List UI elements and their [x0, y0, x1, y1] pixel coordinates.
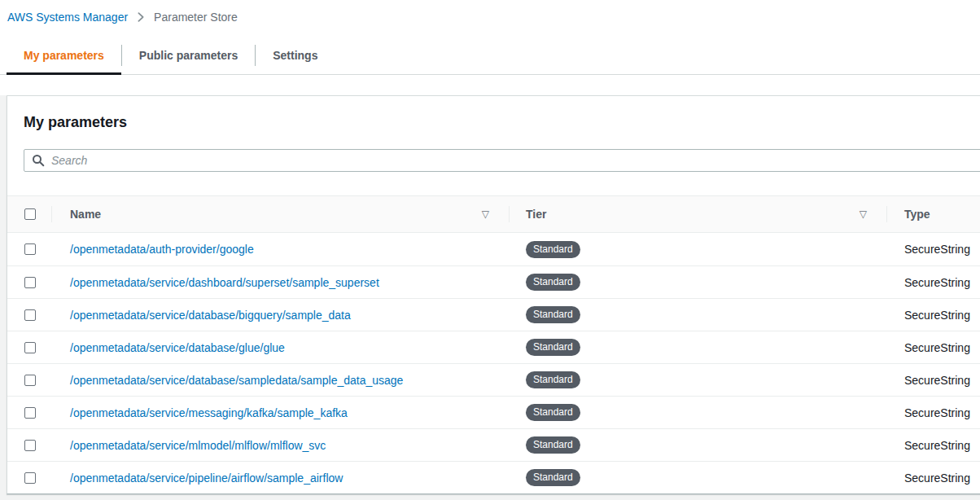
breadcrumb-current-page: Parameter Store [154, 11, 238, 24]
tier-cell: Standard [509, 397, 886, 428]
type-cell: SecureString [886, 462, 980, 493]
tier-badge: Standard [526, 404, 580, 421]
tab-settings[interactable]: Settings [256, 39, 335, 74]
table-row: /openmetadata/service/pipeline/airflow/s… [7, 461, 980, 493]
tier-cell: Standard [509, 364, 886, 396]
type-cell: SecureString [886, 397, 980, 428]
type-cell: SecureString [886, 233, 980, 265]
table-row: /openmetadata/service/database/sampledat… [7, 363, 980, 396]
name-cell: /openmetadata/service/database/sampledat… [51, 364, 509, 396]
row-checkbox[interactable] [24, 277, 36, 288]
tier-cell: Standard [509, 299, 886, 331]
type-cell: SecureString [886, 364, 980, 396]
type-value: SecureString [904, 471, 970, 485]
my-parameters-panel: My parameters Name ▽ Tier [7, 95, 980, 494]
search-icon [32, 154, 45, 167]
breadcrumb-link-systems-manager[interactable]: AWS Systems Manager [7, 11, 128, 24]
tier-cell: Standard [509, 331, 886, 363]
parameter-link[interactable]: /openmetadata/service/mlmodel/mlflow/mlf… [70, 439, 326, 452]
parameter-link[interactable]: /openmetadata/service/database/sampledat… [70, 374, 403, 387]
type-cell: SecureString [886, 331, 980, 363]
tab-bar: My parameters Public parameters Settings [0, 39, 980, 75]
table-header: Name ▽ Tier ▽ Type [7, 195, 980, 233]
name-cell: /openmetadata/service/database/bigquery/… [51, 299, 509, 331]
row-checkbox[interactable] [24, 309, 36, 321]
tier-cell: Standard [509, 266, 886, 298]
row-select-cell [7, 472, 51, 484]
search-input[interactable] [45, 154, 980, 167]
row-select-cell [7, 407, 51, 419]
tab-my-parameters[interactable]: My parameters [7, 39, 121, 74]
name-cell: /openmetadata/service/messaging/kafka/sa… [51, 397, 509, 428]
type-value: SecureString [904, 341, 970, 354]
parameter-link[interactable]: /openmetadata/service/database/glue/glue [70, 341, 285, 354]
table-body: /openmetadata/auth-provider/google Stand… [7, 233, 980, 493]
search-box [24, 149, 980, 172]
sort-icon: ▽ [860, 208, 867, 220]
panel-title: My parameters [7, 96, 980, 131]
type-value: SecureString [904, 309, 970, 322]
tier-cell: Standard [509, 462, 886, 493]
type-value: SecureString [904, 276, 970, 289]
row-checkbox[interactable] [24, 407, 36, 419]
type-cell: SecureString [886, 429, 980, 461]
row-checkbox[interactable] [24, 375, 36, 386]
sort-icon: ▽ [482, 208, 489, 220]
parameter-link[interactable]: /openmetadata/service/dashboard/superset… [70, 276, 379, 289]
row-select-cell [7, 277, 51, 288]
column-header-label: Name [70, 208, 101, 221]
parameters-table: Name ▽ Tier ▽ Type /openmetadata/auth-pr… [7, 195, 980, 493]
column-header-tier[interactable]: Tier ▽ [509, 196, 886, 232]
row-checkbox[interactable] [24, 342, 36, 353]
tier-badge: Standard [526, 339, 580, 356]
type-cell: SecureString [886, 266, 980, 298]
table-row: /openmetadata/auth-provider/google Stand… [7, 233, 980, 265]
type-value: SecureString [904, 374, 970, 387]
parameter-link[interactable]: /openmetadata/service/pipeline/airflow/s… [70, 471, 343, 485]
tier-cell: Standard [509, 429, 886, 461]
parameter-link[interactable]: /openmetadata/service/messaging/kafka/sa… [70, 406, 348, 419]
table-row: /openmetadata/service/dashboard/superset… [7, 265, 980, 298]
name-cell: /openmetadata/service/database/glue/glue [51, 331, 509, 363]
column-header-label: Type [904, 208, 930, 221]
select-all-cell [7, 208, 51, 220]
row-checkbox[interactable] [24, 440, 36, 451]
name-cell: /openmetadata/service/dashboard/superset… [51, 266, 509, 298]
tier-badge: Standard [526, 274, 580, 291]
type-value: SecureString [904, 406, 970, 419]
breadcrumb: AWS Systems Manager Parameter Store [0, 0, 980, 24]
name-cell: /openmetadata/auth-provider/google [51, 233, 509, 265]
name-cell: /openmetadata/service/pipeline/airflow/s… [51, 462, 509, 493]
row-select-cell [7, 440, 51, 451]
tier-cell: Standard [509, 233, 886, 265]
type-value: SecureString [904, 243, 970, 256]
row-select-cell [7, 342, 51, 353]
type-cell: SecureString [886, 299, 980, 331]
name-cell: /openmetadata/service/mlmodel/mlflow/mlf… [51, 429, 509, 461]
row-select-cell [7, 309, 51, 321]
tier-badge: Standard [526, 469, 580, 486]
table-row: /openmetadata/service/mlmodel/mlflow/mlf… [7, 428, 980, 461]
table-row: /openmetadata/service/database/bigquery/… [7, 298, 980, 331]
parameter-link[interactable]: /openmetadata/auth-provider/google [70, 243, 254, 256]
content-area: My parameters Name ▽ Tier [0, 95, 980, 500]
select-all-checkbox[interactable] [24, 208, 36, 220]
row-select-cell [7, 375, 51, 386]
row-select-cell [7, 243, 51, 255]
type-value: SecureString [904, 439, 970, 452]
table-row: /openmetadata/service/database/glue/glue… [7, 331, 980, 363]
tier-badge: Standard [526, 306, 580, 323]
table-row: /openmetadata/service/messaging/kafka/sa… [7, 396, 980, 428]
tier-badge: Standard [526, 371, 580, 388]
parameter-link[interactable]: /openmetadata/service/database/bigquery/… [70, 309, 351, 322]
row-checkbox[interactable] [24, 472, 36, 484]
tier-badge: Standard [526, 241, 580, 258]
column-header-name[interactable]: Name ▽ [51, 196, 509, 232]
tab-public-parameters[interactable]: Public parameters [122, 39, 255, 74]
row-checkbox[interactable] [24, 243, 36, 255]
column-header-type[interactable]: Type [886, 196, 980, 232]
chevron-right-icon [135, 11, 147, 23]
tier-badge: Standard [526, 436, 580, 454]
column-header-label: Tier [526, 208, 546, 221]
